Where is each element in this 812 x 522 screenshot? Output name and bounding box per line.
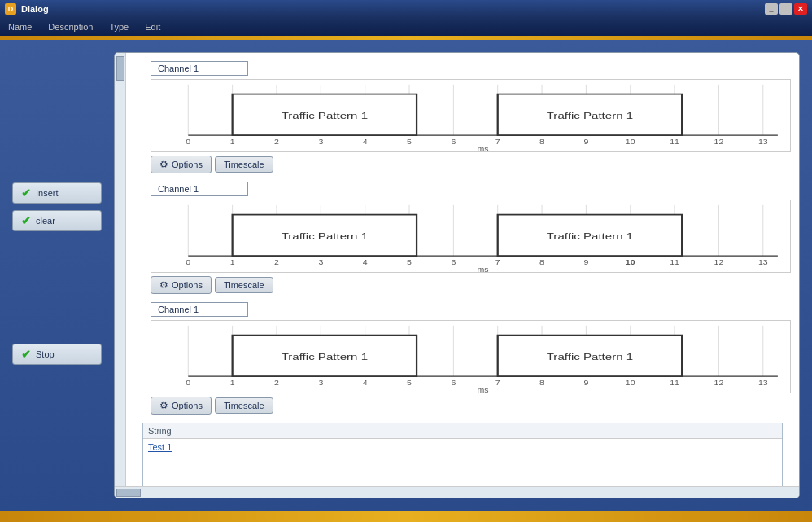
svg-text:4: 4 — [363, 379, 368, 387]
bottom-scrollbar[interactable] — [115, 486, 799, 498]
left-scrollbar[interactable] — [115, 53, 126, 486]
gear-icon-1: ⚙ — [159, 159, 168, 170]
options-row-3: ⚙ Options Timescale — [134, 397, 791, 415]
svg-text:0: 0 — [186, 379, 190, 387]
clear-check-icon: ✔ — [21, 214, 31, 227]
svg-text:11: 11 — [670, 258, 679, 266]
options-button-1[interactable]: ⚙ Options — [151, 156, 212, 173]
svg-text:8: 8 — [539, 138, 544, 146]
menu-description[interactable]: Description — [48, 22, 93, 32]
svg-text:13: 13 — [758, 379, 768, 387]
channel-3-input[interactable] — [151, 302, 248, 317]
channel-2-header — [134, 182, 791, 196]
options-label-1: Options — [172, 160, 203, 169]
string-content: Test 1 — [143, 439, 782, 486]
close-button[interactable]: ✕ — [794, 3, 807, 15]
timescale-label-1: Timescale — [224, 160, 264, 169]
scroll-area[interactable]: Traffic Pattern 1 Traffic Pattern 1 0 1 … — [126, 53, 799, 486]
svg-text:6: 6 — [451, 379, 456, 387]
svg-text:Traffic Pattern 1: Traffic Pattern 1 — [547, 111, 633, 121]
options-label-2: Options — [172, 280, 203, 290]
string-area: String Test 1 — [142, 423, 783, 486]
options-button-3[interactable]: ⚙ Options — [151, 397, 212, 415]
svg-text:ms: ms — [478, 265, 489, 272]
gold-bar-bottom — [0, 511, 812, 522]
title-bar-text: Dialog — [21, 4, 760, 14]
chart-svg-2: Traffic Pattern 1 Traffic Pattern 1 0 1 … — [151, 200, 790, 272]
svg-text:5: 5 — [407, 258, 412, 266]
right-panel: Traffic Pattern 1 Traffic Pattern 1 0 1 … — [114, 52, 800, 498]
svg-text:10: 10 — [626, 379, 635, 387]
menu-edit[interactable]: Edit — [145, 22, 160, 32]
svg-text:13: 13 — [758, 258, 768, 266]
app-icon: D — [5, 3, 16, 15]
options-row-1: ⚙ Options Timescale — [134, 156, 791, 173]
options-row-2: ⚙ Options Timescale — [134, 276, 791, 294]
svg-text:3: 3 — [318, 379, 323, 387]
svg-text:Traffic Pattern 1: Traffic Pattern 1 — [282, 352, 368, 362]
menu-type[interactable]: Type — [109, 22, 129, 32]
svg-text:0: 0 — [186, 258, 190, 266]
channel-2-input[interactable] — [151, 182, 248, 196]
channel-row-1: Traffic Pattern 1 Traffic Pattern 1 0 1 … — [134, 61, 791, 173]
svg-text:6: 6 — [451, 258, 456, 266]
channel-1-input[interactable] — [151, 61, 248, 76]
main-area: ✔ Insert ✔ clear ✔ Stop — [0, 40, 812, 511]
insert-button[interactable]: ✔ Insert — [12, 182, 102, 204]
channel-1-header — [134, 61, 791, 76]
timescale-label-3: Timescale — [224, 401, 264, 410]
svg-text:8: 8 — [539, 379, 544, 387]
svg-text:9: 9 — [583, 258, 588, 266]
channel-3-header — [134, 302, 791, 317]
svg-text:12: 12 — [714, 379, 724, 387]
svg-text:10: 10 — [626, 258, 635, 266]
channel-row-2: Traffic Pattern 1 Traffic Pattern 1 0 1 … — [134, 182, 791, 294]
svg-text:Traffic Pattern 1: Traffic Pattern 1 — [282, 231, 368, 242]
svg-text:9: 9 — [583, 379, 588, 387]
stop-button[interactable]: ✔ Stop — [12, 344, 102, 365]
maximize-button[interactable]: □ — [779, 3, 792, 15]
svg-text:2: 2 — [274, 258, 279, 266]
gear-icon-2: ⚙ — [159, 279, 168, 291]
svg-text:13: 13 — [758, 138, 768, 146]
insert-label: Insert — [36, 188, 59, 198]
svg-text:11: 11 — [670, 379, 679, 387]
stop-label: Stop — [36, 349, 55, 359]
svg-text:8: 8 — [539, 258, 544, 266]
svg-text:4: 4 — [363, 138, 368, 146]
timescale-button-3[interactable]: Timescale — [215, 397, 273, 414]
menu-name[interactable]: Name — [8, 22, 32, 32]
stop-check-icon: ✔ — [21, 348, 31, 361]
scroll-thumb[interactable] — [116, 56, 124, 81]
svg-text:12: 12 — [714, 258, 724, 266]
svg-text:12: 12 — [714, 138, 724, 146]
bottom-scroll-thumb[interactable] — [116, 489, 141, 497]
options-button-2[interactable]: ⚙ Options — [151, 276, 212, 294]
svg-text:1: 1 — [230, 258, 235, 266]
minimize-button[interactable]: _ — [765, 3, 778, 15]
svg-text:ms: ms — [478, 386, 489, 393]
chart-svg-1: Traffic Pattern 1 Traffic Pattern 1 0 1 … — [151, 80, 790, 151]
svg-text:7: 7 — [495, 258, 500, 266]
string-text[interactable]: Test 1 — [148, 442, 172, 452]
svg-text:3: 3 — [318, 138, 323, 146]
svg-text:Traffic Pattern 1: Traffic Pattern 1 — [282, 111, 368, 121]
title-bar-buttons: _ □ ✕ — [765, 3, 807, 15]
svg-text:0: 0 — [186, 138, 190, 146]
svg-text:ms: ms — [478, 145, 489, 151]
svg-text:7: 7 — [495, 379, 500, 387]
timescale-button-2[interactable]: Timescale — [215, 277, 273, 293]
timescale-button-1[interactable]: Timescale — [215, 156, 273, 173]
title-bar: D Dialog _ □ ✕ — [0, 0, 812, 18]
options-label-3: Options — [172, 401, 203, 410]
chart-area-2: Traffic Pattern 1 Traffic Pattern 1 0 1 … — [151, 200, 791, 273]
svg-text:6: 6 — [451, 138, 456, 146]
string-label: String — [143, 423, 782, 439]
svg-text:9: 9 — [583, 138, 588, 146]
clear-button[interactable]: ✔ clear — [12, 210, 102, 231]
channel-row-3: Traffic Pattern 1 Traffic Pattern 1 0 1 … — [134, 302, 791, 415]
menu-bar: Name Description Type Edit — [0, 18, 812, 36]
gear-icon-3: ⚙ — [159, 400, 168, 411]
svg-text:10: 10 — [626, 138, 635, 146]
svg-text:7: 7 — [495, 138, 500, 146]
